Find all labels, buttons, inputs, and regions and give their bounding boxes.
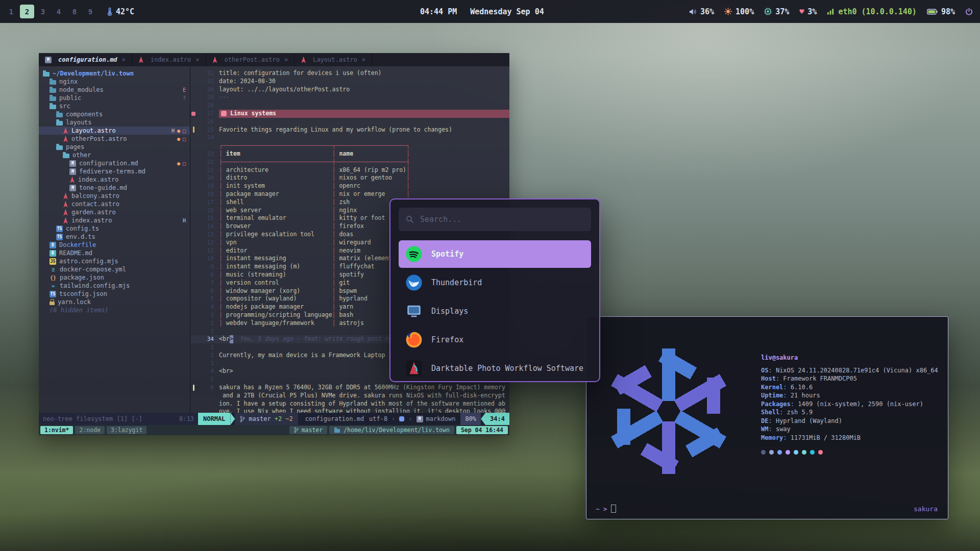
tab-Layout.astro[interactable]: Layout.astro× [295, 53, 372, 66]
folder-icon [334, 429, 340, 433]
tree-item-label: tailwind.config.mjs [60, 282, 130, 289]
buffer-line: 20│ distro │ nixos or gentoo │ [190, 174, 509, 182]
launcher-item-Firefox[interactable]: Firefox [399, 326, 591, 354]
file-tree[interactable]: ~/Development/liv.townnginxnode_modulesE… [39, 66, 190, 413]
tree-item-README.md[interactable]: RREADME.md [39, 249, 190, 257]
workspace-9[interactable]: 9 [83, 5, 97, 18]
tree-item-public[interactable]: public? [39, 94, 190, 102]
volume-module[interactable]: 36% [689, 7, 714, 16]
tree-item-config.ts[interactable]: TSconfig.ts [39, 224, 190, 233]
line-number: 1 [197, 343, 219, 352]
tree-item-balcony.astro[interactable]: balcony.astro [39, 192, 190, 200]
tree-item-other[interactable]: other [39, 151, 190, 159]
workspace-3[interactable]: 3 [36, 5, 50, 18]
workspace-8[interactable]: 8 [67, 5, 82, 18]
tree-item-package.json[interactable]: {}package.json [39, 273, 190, 282]
cpu-module[interactable]: 37% [764, 7, 789, 16]
tree-item-index.astro[interactable]: index.astroH [39, 216, 190, 224]
tmux-window-2:node[interactable]: 2:node [75, 426, 105, 434]
tree-item-tsconfig.json[interactable]: TStsconfig.json [39, 290, 190, 298]
tree-item-pages[interactable]: pages [39, 143, 190, 151]
tree-item-layouts[interactable]: layouts [39, 118, 190, 127]
tree-item-node_modules[interactable]: node_modulesE [39, 86, 190, 94]
tree-item-label: index.astro [71, 217, 112, 224]
temperature-module[interactable]: 42°C [107, 7, 134, 16]
buffer-line: 22├───────────────────────────────┼─────… [190, 158, 509, 166]
folder-icon [56, 113, 63, 117]
tree-item-docker-compose.yml[interactable]: ≡docker-compose.yml [39, 265, 190, 273]
tree-item-~/Development/liv.town[interactable]: ~/Development/liv.town [39, 69, 190, 78]
tree-item-configuration.md[interactable]: Mconfiguration.md●□ [39, 159, 190, 167]
tree-item-env.d.ts[interactable]: TSenv.d.ts [39, 233, 190, 241]
tree-item-Layout.astro[interactable]: Layout.astroH●□ [39, 127, 190, 135]
line-number: 2 [197, 352, 219, 360]
cpu-icon [764, 8, 772, 15]
tree-item-label: garden.astro [71, 209, 116, 216]
buffer-line: 27Linux systems [190, 110, 509, 118]
ts-icon: TS [56, 234, 63, 240]
tab-otherPost.astro[interactable]: otherPost.astro× [206, 53, 295, 66]
terminal-window[interactable]: liv@sakura OS: NixOS 24.11.20240828.71e9… [586, 316, 948, 519]
scroll-progress: 80% [460, 413, 481, 425]
launcher-item-Thunderbird[interactable]: Thunderbird [399, 269, 591, 296]
folder-icon [50, 80, 56, 85]
tree-item-fediverse-terms.md[interactable]: Mfediverse-terms.md [39, 167, 190, 176]
tree-item-tone-guide.md[interactable]: Mtone-guide.md [39, 184, 190, 192]
app-launcher[interactable]: SpotifyThunderbirdDisplaysFirefoxDarktab… [389, 198, 600, 382]
js-icon: JS [50, 258, 56, 265]
tree-item-contact.astro[interactable]: contact.astro [39, 200, 190, 208]
close-icon[interactable]: × [284, 56, 288, 63]
tree-item-markers: ●□ [177, 161, 186, 166]
launcher-item-Displays[interactable]: Displays [399, 297, 591, 325]
shell-prompt[interactable]: ~ > [596, 505, 616, 513]
tree-item-index.astro[interactable]: index.astro [39, 176, 190, 184]
palette-dot [802, 450, 806, 455]
tree-item-Dockerfile[interactable]: DDockerfile [39, 241, 190, 249]
tree-item-(6 hidden items)[interactable]: (6 hidden items) [39, 306, 190, 314]
line-number: 31 [197, 78, 219, 86]
search-input[interactable] [419, 214, 584, 224]
battery-module[interactable]: 98% [927, 7, 955, 16]
tmux-window-3:lazygit[interactable]: 3:lazygit [107, 426, 146, 434]
tree-item-components[interactable]: components [39, 110, 190, 118]
tree-item-tailwind.config.mjs[interactable]: ≈tailwind.config.mjs [39, 282, 190, 290]
line-number: 7 [197, 279, 219, 287]
workspace-2[interactable]: 2 [20, 5, 34, 18]
load-module[interactable]: ♥ 3% [799, 7, 817, 16]
close-icon[interactable]: × [122, 56, 126, 63]
network-module[interactable]: eth0 (10.0.0.140) [827, 7, 917, 16]
buffer-line: 23│ item │ name │ [190, 150, 509, 158]
tree-item-label: contact.astro [71, 201, 119, 208]
tree-item-src[interactable]: src [39, 102, 190, 110]
tree-item-nginx[interactable]: nginx [39, 78, 190, 86]
brightness-module[interactable]: 100% [724, 7, 754, 16]
launcher-item-Darktable Photo Workflow Software[interactable]: Darktable Photo Workflow Software [399, 355, 591, 382]
tree-item-garden.astro[interactable]: garden.astro [39, 208, 190, 216]
tab-configuration.md[interactable]: Mconfiguration.md× [39, 53, 132, 66]
clock-module[interactable]: 04:44 PM Wednesday Sep 04 [420, 0, 544, 23]
tmux-branch: master [302, 427, 323, 434]
launcher-item-Spotify[interactable]: Spotify [399, 240, 591, 268]
power-button[interactable] [965, 8, 973, 15]
close-icon[interactable]: × [362, 56, 365, 63]
close-icon[interactable]: × [195, 56, 199, 63]
palette-dot [777, 450, 782, 455]
tree-item-otherPost.astro[interactable]: otherPost.astro●□ [39, 135, 190, 143]
battery-icon [927, 9, 938, 15]
powerline-separator [481, 413, 485, 425]
buffer-line: ion. I have a setup consisting of Hyprla… [190, 400, 509, 408]
workspace-4[interactable]: 4 [52, 5, 66, 18]
buffer-line: 32title: configuration for devices i use… [190, 69, 509, 78]
line-number: 30 [197, 86, 219, 94]
tmux-window-1:nvim*[interactable]: 1:nvim* [40, 426, 73, 434]
tree-item-yarn.lock[interactable]: yarn.lock [39, 298, 190, 306]
search-bar[interactable] [399, 208, 591, 231]
workspaces: 123489 [4, 5, 97, 18]
line-number: 2 [197, 319, 219, 328]
line-number: 24 [197, 134, 219, 142]
tree-item-astro.config.mjs[interactable]: JSastro.config.mjs [39, 257, 190, 265]
tab-index.astro[interactable]: index.astro× [132, 53, 206, 66]
workspace-1[interactable]: 1 [4, 5, 18, 18]
buffer-line: 21│ architecture │ x86_64 (rip m2 pro)│ [190, 166, 509, 174]
tree-item-label: configuration.md [79, 160, 138, 167]
